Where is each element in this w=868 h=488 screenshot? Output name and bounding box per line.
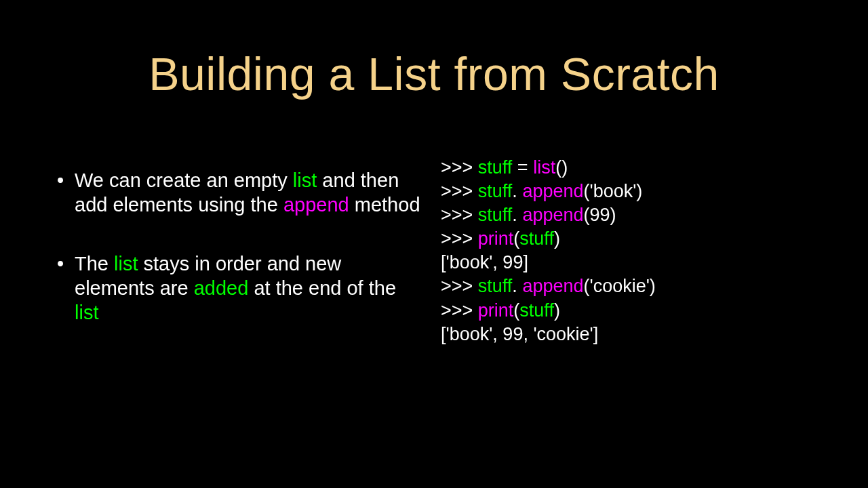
code-token: ('cookie') bbox=[583, 276, 655, 296]
slide-content: We can create an empty list and then add… bbox=[47, 168, 821, 359]
code-token: . bbox=[512, 181, 522, 201]
code-token: ['book', 99] bbox=[441, 252, 528, 272]
code-token: . bbox=[512, 276, 522, 296]
code-line: >>> stuff. append('cookie') bbox=[441, 274, 821, 298]
code-token: stuff bbox=[478, 181, 513, 201]
bullet-text: method bbox=[349, 194, 420, 216]
code-token: ['book', 99, 'cookie'] bbox=[441, 324, 598, 344]
code-token: ( bbox=[513, 228, 519, 249]
bullet-text: added bbox=[194, 277, 249, 299]
code-column: >>> stuff = list()>>> stuff. append('boo… bbox=[434, 156, 821, 359]
code-line: >>> print(stuff) bbox=[441, 299, 821, 323]
code-token: stuff bbox=[519, 228, 554, 249]
bullet-item: We can create an empty list and then add… bbox=[47, 168, 420, 218]
bullet-text: list bbox=[75, 302, 98, 323]
code-token: ( bbox=[513, 300, 519, 321]
bullet-text: The bbox=[75, 253, 114, 274]
code-token: (99) bbox=[583, 205, 616, 225]
code-token: stuff bbox=[478, 276, 513, 296]
code-token: >>> bbox=[441, 228, 478, 249]
code-token: . bbox=[512, 205, 522, 225]
code-line: >>> stuff. append(99) bbox=[441, 203, 821, 227]
bullet-text: list bbox=[293, 169, 317, 191]
slide: Building a List from Scratch We can crea… bbox=[0, 0, 868, 488]
bullet-text: list bbox=[114, 253, 138, 274]
code-line: >>> stuff = list() bbox=[441, 156, 821, 180]
code-token: () bbox=[555, 157, 568, 178]
bullet-column: We can create an empty list and then add… bbox=[47, 168, 434, 359]
code-token: stuff bbox=[478, 205, 513, 225]
code-token: stuff bbox=[478, 157, 513, 178]
bullet-text: We can create an empty bbox=[75, 169, 293, 191]
bullet-item: The list stays in order and new elements… bbox=[47, 251, 420, 325]
code-token: ('book') bbox=[583, 181, 642, 201]
bullet-text: append bbox=[283, 194, 349, 216]
code-line: ['book', 99] bbox=[441, 251, 821, 274]
code-line: >>> stuff. append('book') bbox=[441, 180, 821, 203]
code-line: >>> print(stuff) bbox=[441, 227, 821, 251]
slide-title: Building a List from Scratch bbox=[47, 47, 821, 100]
code-token: >>> bbox=[441, 276, 478, 296]
code-token: >>> bbox=[441, 157, 478, 178]
code-token: ) bbox=[554, 228, 560, 249]
code-token: = bbox=[512, 157, 533, 178]
code-token: stuff bbox=[519, 300, 554, 321]
code-token: append bbox=[522, 276, 583, 296]
code-token: >>> bbox=[441, 205, 478, 225]
code-token: >>> bbox=[441, 181, 478, 201]
code-token: >>> bbox=[441, 300, 478, 321]
code-token: print bbox=[478, 228, 514, 249]
code-token: print bbox=[478, 300, 514, 321]
bullet-text: at the end of the bbox=[248, 277, 396, 299]
code-line: ['book', 99, 'cookie'] bbox=[441, 323, 821, 346]
code-token: list bbox=[533, 157, 555, 178]
code-token: append bbox=[522, 181, 583, 201]
code-token: ) bbox=[554, 300, 560, 321]
code-token: append bbox=[522, 205, 583, 225]
